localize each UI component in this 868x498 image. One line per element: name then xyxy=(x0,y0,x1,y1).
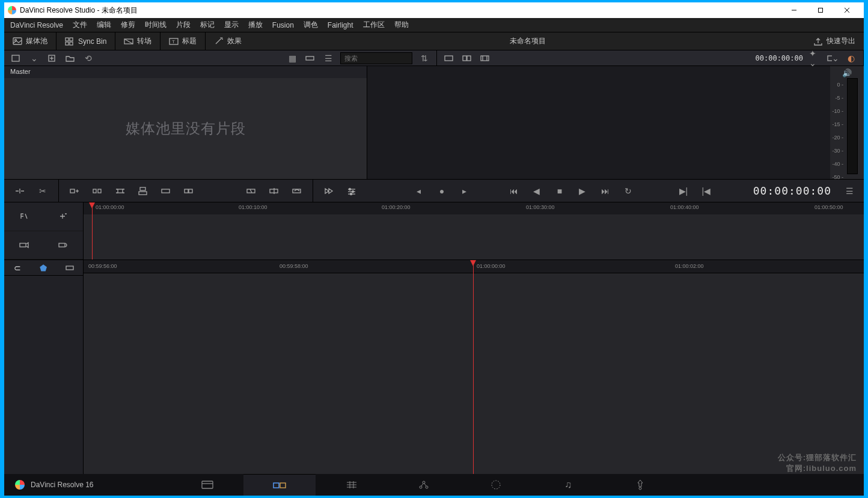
scissors-icon[interactable]: ✂ xyxy=(37,185,49,197)
lower-playhead[interactable] xyxy=(473,260,474,474)
strip-view-button[interactable] xyxy=(304,52,316,64)
transitions-toggle[interactable]: 转场 xyxy=(115,32,160,50)
resolution-button[interactable] xyxy=(479,52,491,64)
transport-timecode[interactable]: 00:00:00:00 xyxy=(753,184,843,197)
smart-insert-icon[interactable] xyxy=(14,185,26,197)
svg-rect-35 xyxy=(162,189,170,193)
mediapool-master-label[interactable]: Master xyxy=(4,66,367,78)
viewer-mode-dropdown[interactable]: ⌄ xyxy=(827,52,839,64)
import-folder-button[interactable] xyxy=(64,52,76,64)
page-color[interactable] xyxy=(460,474,532,496)
speaker-icon[interactable]: 🔊 xyxy=(842,68,852,77)
svg-rect-51 xyxy=(66,266,73,270)
svg-rect-15 xyxy=(12,55,19,61)
bypass-grade-button[interactable]: ◐ xyxy=(845,52,857,64)
tools-dropdown[interactable]: ✦ ⌄ xyxy=(809,52,821,64)
video-track-icon[interactable] xyxy=(18,239,30,251)
menu-edit[interactable]: 编辑 xyxy=(97,20,111,30)
mediapool-empty-message: 媒体池里没有片段 xyxy=(4,78,367,179)
sort-button[interactable]: ⇅ xyxy=(418,52,430,64)
place-on-top-icon[interactable] xyxy=(137,185,149,197)
flag-icon[interactable] xyxy=(64,262,76,274)
timeline-mode-a-icon[interactable] xyxy=(18,210,30,222)
stop-icon[interactable]: ■ xyxy=(554,185,566,197)
timeline-upper-canvas[interactable]: 01:00:00:00 01:00:10:00 01:00:20:00 01:0… xyxy=(84,202,864,260)
prev-edit-icon[interactable]: ◂ xyxy=(413,185,425,197)
page-fairlight[interactable]: ♫ xyxy=(532,474,604,496)
quick-export-button[interactable]: 快速导出 xyxy=(805,32,864,50)
titles-toggle[interactable]: T 标题 xyxy=(160,32,206,50)
cut-icon[interactable] xyxy=(268,185,280,197)
thumbnail-view-button[interactable]: ▦ xyxy=(286,52,298,64)
menu-fairlight[interactable]: Fairlight xyxy=(328,21,353,29)
chevron-down-icon[interactable]: ⌄ xyxy=(28,52,40,64)
menu-view[interactable]: 显示 xyxy=(224,20,239,30)
menu-workspace[interactable]: 工作区 xyxy=(363,20,385,30)
list-view-button[interactable]: ☰ xyxy=(322,52,334,64)
menu-color[interactable]: 调色 xyxy=(304,20,318,30)
search-input[interactable] xyxy=(340,52,412,64)
close-button[interactable] xyxy=(834,2,860,18)
next-clip-icon[interactable]: ▶| xyxy=(677,185,689,197)
marker-icon[interactable]: ⬟ xyxy=(37,262,49,274)
fast-review-icon[interactable] xyxy=(323,185,335,197)
svg-rect-9 xyxy=(70,42,73,45)
append-icon[interactable] xyxy=(69,185,81,197)
jump-start-icon[interactable]: ⏮ xyxy=(508,185,520,197)
menu-timeline[interactable]: 时间线 xyxy=(145,20,167,30)
timeline-upper-ruler[interactable]: 01:00:00:00 01:00:10:00 01:00:20:00 01:0… xyxy=(84,202,864,214)
prev-clip-icon[interactable]: |◀ xyxy=(700,185,712,197)
sync-icon[interactable]: ⟲ xyxy=(82,52,94,64)
svg-rect-1 xyxy=(819,8,823,13)
svg-rect-30 xyxy=(93,189,96,193)
play-reverse-icon[interactable]: ◀ xyxy=(531,185,543,197)
overwrite-icon[interactable] xyxy=(183,185,195,197)
boring-detector-button[interactable] xyxy=(443,52,455,64)
loop-icon[interactable]: ↻ xyxy=(622,185,634,197)
maximize-button[interactable] xyxy=(807,2,834,18)
page-deliver[interactable] xyxy=(604,474,676,496)
mediapool-toggle[interactable]: 媒体池 xyxy=(4,32,57,50)
menu-davinci[interactable]: DaVinci Resolve xyxy=(10,21,63,29)
svg-rect-27 xyxy=(70,189,75,193)
menu-playback[interactable]: 播放 xyxy=(248,20,263,30)
smooth-cut-icon[interactable] xyxy=(291,185,303,197)
minimize-button[interactable] xyxy=(781,2,807,18)
menu-fusion[interactable]: Fusion xyxy=(272,21,294,29)
svg-line-65 xyxy=(424,484,426,486)
upper-playhead[interactable] xyxy=(92,202,93,260)
page-fusion[interactable] xyxy=(388,474,460,496)
split-view-button[interactable] xyxy=(461,52,473,64)
timeline-mode-b-icon[interactable] xyxy=(57,210,69,222)
menu-clip[interactable]: 片段 xyxy=(176,20,191,30)
effects-toggle[interactable]: 效果 xyxy=(206,32,250,50)
menu-file[interactable]: 文件 xyxy=(73,20,87,30)
audio-track-icon[interactable] xyxy=(57,239,69,251)
closeup-icon[interactable] xyxy=(114,185,126,197)
jump-end-icon[interactable]: ⏭ xyxy=(599,185,611,197)
snap-icon[interactable]: ⊂ xyxy=(11,262,23,274)
bin-list-button[interactable] xyxy=(10,52,22,64)
viewer-timecode[interactable]: 00:00:00:00 xyxy=(756,54,803,62)
play-icon[interactable]: ▶ xyxy=(576,185,588,197)
home-button[interactable]: DaVinci Resolve 16 xyxy=(4,480,105,490)
menu-help[interactable]: 帮助 xyxy=(394,20,409,30)
dissolve-icon[interactable] xyxy=(245,185,257,197)
timeline-lower-canvas[interactable]: 00:59:56:00 00:59:58:00 01:00:00:00 01:0… xyxy=(84,260,864,474)
page-cut[interactable] xyxy=(243,474,316,496)
import-media-button[interactable] xyxy=(46,52,58,64)
syncbin-toggle[interactable]: Sync Bin xyxy=(57,32,115,50)
menu-icon[interactable]: ☰ xyxy=(843,185,855,197)
source-overwrite-icon[interactable] xyxy=(160,185,172,197)
timeline-lower-side: ⊂ ⬟ xyxy=(4,260,84,474)
svg-point-62 xyxy=(426,486,428,488)
next-edit-icon[interactable]: ▸ xyxy=(459,185,471,197)
stop-dot-icon[interactable]: ● xyxy=(436,185,448,197)
menu-mark[interactable]: 标记 xyxy=(200,20,215,30)
menu-trim[interactable]: 修剪 xyxy=(121,20,135,30)
ripple-icon[interactable] xyxy=(91,185,103,197)
timeline-options-icon[interactable] xyxy=(346,185,358,197)
viewer-panel[interactable] xyxy=(367,66,830,179)
page-media[interactable] xyxy=(171,474,243,496)
page-edit[interactable] xyxy=(316,474,388,496)
